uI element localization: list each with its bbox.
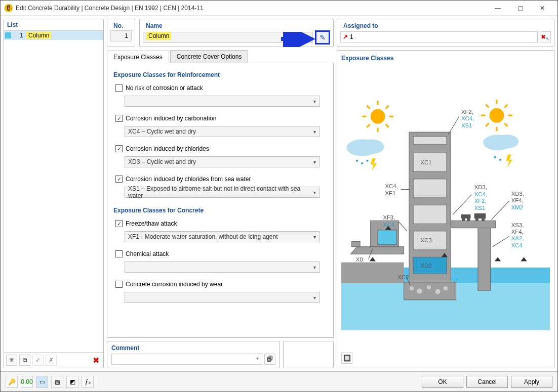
- label-chlorides: Corrosion induced by chlorides: [126, 145, 209, 152]
- select-wear[interactable]: ▾: [125, 292, 320, 303]
- svg-point-8: [496, 135, 519, 148]
- footer-view2-button[interactable]: ▧: [51, 376, 63, 388]
- diagram-legend-button[interactable]: 🔲: [341, 353, 352, 364]
- svg-line-25: [486, 123, 489, 126]
- titlebar: 🛢 Edit Concrete Durability | Concrete De…: [1, 1, 557, 16]
- footer-units-button[interactable]: 0.00: [21, 376, 33, 388]
- label-no-risk: No risk of corrosion or attack: [126, 84, 203, 92]
- list-body[interactable]: 1 Column: [4, 31, 103, 352]
- copy-item-button[interactable]: ⧉: [19, 355, 30, 366]
- svg-line-15: [386, 106, 389, 109]
- checkbox-seawater[interactable]: [115, 176, 123, 183]
- pencil-icon: ✎: [320, 33, 326, 41]
- delete-item-button[interactable]: ✖: [90, 355, 101, 366]
- close-button[interactable]: ✕: [531, 1, 553, 15]
- svg-point-9: [371, 109, 385, 124]
- svg-line-24: [504, 105, 507, 108]
- svg-rect-42: [478, 228, 491, 291]
- svg-line-86: [398, 222, 407, 231]
- svg-point-49: [427, 285, 431, 289]
- ok-button[interactable]: OK: [422, 376, 463, 388]
- svg-rect-37: [413, 179, 447, 198]
- assigned-to-label: Assigned to: [340, 21, 551, 30]
- svg-point-28: [361, 162, 363, 164]
- svg-line-14: [367, 106, 370, 109]
- svg-rect-35: [413, 136, 447, 144]
- apply-button[interactable]: Apply: [511, 376, 552, 388]
- footer-view1-button[interactable]: ▭: [36, 376, 48, 388]
- section-concrete-header: Exposure Classes for Concrete: [113, 207, 327, 214]
- svg-text:XS1: XS1: [474, 205, 485, 211]
- svg-rect-38: [413, 205, 447, 224]
- svg-line-17: [386, 124, 389, 127]
- svg-text:XD3,: XD3,: [474, 184, 487, 190]
- footer-view3-button[interactable]: ◩: [66, 376, 78, 388]
- select-freeze[interactable]: XF1 - Moderate water saturation, without…: [125, 231, 320, 242]
- checkbox-no-risk[interactable]: [115, 84, 123, 92]
- select-seawater[interactable]: XS1 – Exposed to airborne salt but not i…: [125, 187, 320, 198]
- section-reinforcement-header: Exposure Classes for Reinforcement: [113, 71, 327, 78]
- checkbox-freeze[interactable]: [115, 220, 123, 227]
- svg-line-26: [504, 123, 507, 126]
- footer-help-button[interactable]: 🔑: [6, 376, 18, 388]
- comment-library-button[interactable]: 🗐: [264, 354, 275, 365]
- new-item-button[interactable]: ✳: [6, 355, 17, 366]
- no-label: No.: [110, 21, 132, 30]
- cancel-button[interactable]: Cancel: [466, 376, 508, 388]
- name-label: Name: [143, 21, 330, 30]
- svg-rect-53: [461, 214, 471, 219]
- svg-point-47: [410, 286, 414, 290]
- svg-text:XD3,: XD3,: [511, 191, 524, 197]
- edit-name-button[interactable]: ✎: [315, 30, 330, 45]
- svg-line-82: [448, 116, 459, 135]
- svg-rect-56: [474, 213, 486, 219]
- svg-text:XC2: XC2: [397, 274, 409, 280]
- checkbox-chemical[interactable]: [115, 250, 123, 257]
- svg-marker-91: [495, 257, 501, 261]
- svg-text:XF4,: XF4,: [511, 229, 524, 235]
- list-panel: List 1 Column ✳ ⧉ ✓ ✗ ✖: [4, 19, 104, 368]
- select-chlorides[interactable]: XD3 – Cyclic wet and dry▾: [125, 156, 320, 167]
- svg-point-31: [499, 159, 501, 161]
- footer-script-button[interactable]: ƒₓ: [82, 376, 94, 388]
- svg-marker-45: [351, 247, 404, 254]
- svg-point-50: [435, 289, 440, 294]
- check-button[interactable]: ✓: [32, 355, 44, 366]
- select-no-risk[interactable]: ▾: [125, 96, 320, 107]
- tab-exposure-classes[interactable]: Exposure Classes: [107, 51, 169, 63]
- svg-text:XC1: XC1: [421, 159, 432, 165]
- list-item-color-icon: [5, 32, 11, 38]
- select-carbonation[interactable]: XC4 – Cyclic wet and dry▾: [125, 126, 320, 137]
- svg-rect-52: [378, 230, 396, 245]
- label-wear: Concrete corrosion induced by wear: [126, 281, 223, 288]
- maximize-button[interactable]: ▢: [509, 1, 531, 15]
- assigned-pick-button[interactable]: ✖↖: [540, 31, 551, 42]
- svg-line-23: [486, 105, 489, 108]
- select-chemical[interactable]: ▾: [125, 262, 320, 273]
- name-input[interactable]: Column: [143, 32, 313, 43]
- label-freeze: Freeze/thaw attack: [126, 220, 177, 227]
- uncheck-button[interactable]: ✗: [46, 355, 57, 366]
- svg-line-85: [492, 201, 509, 220]
- svg-text:XF4,: XF4,: [511, 197, 524, 203]
- svg-marker-90: [370, 257, 376, 261]
- comment-input[interactable]: ▾: [111, 354, 262, 365]
- diagram-header: Exposure Classes: [341, 55, 550, 62]
- minimize-button[interactable]: —: [487, 1, 509, 15]
- svg-text:XF1: XF1: [385, 190, 396, 196]
- checkbox-chlorides[interactable]: [115, 145, 123, 152]
- no-input[interactable]: [110, 30, 132, 41]
- svg-point-54: [462, 218, 465, 221]
- tab-concrete-cover-options[interactable]: Concrete Cover Options: [170, 50, 249, 63]
- list-item[interactable]: 1 Column: [4, 31, 103, 40]
- svg-text:XM2: XM2: [511, 204, 523, 210]
- checkbox-carbonation[interactable]: [115, 115, 123, 122]
- checkbox-wear[interactable]: [115, 281, 123, 288]
- svg-line-84: [453, 195, 471, 214]
- assigned-to-input[interactable]: ↗1: [340, 31, 538, 42]
- list-item-number: 1: [14, 32, 23, 39]
- svg-point-27: [356, 160, 358, 162]
- svg-point-29: [366, 160, 368, 162]
- svg-text:XF2,: XF2,: [474, 198, 487, 204]
- svg-point-48: [417, 288, 422, 293]
